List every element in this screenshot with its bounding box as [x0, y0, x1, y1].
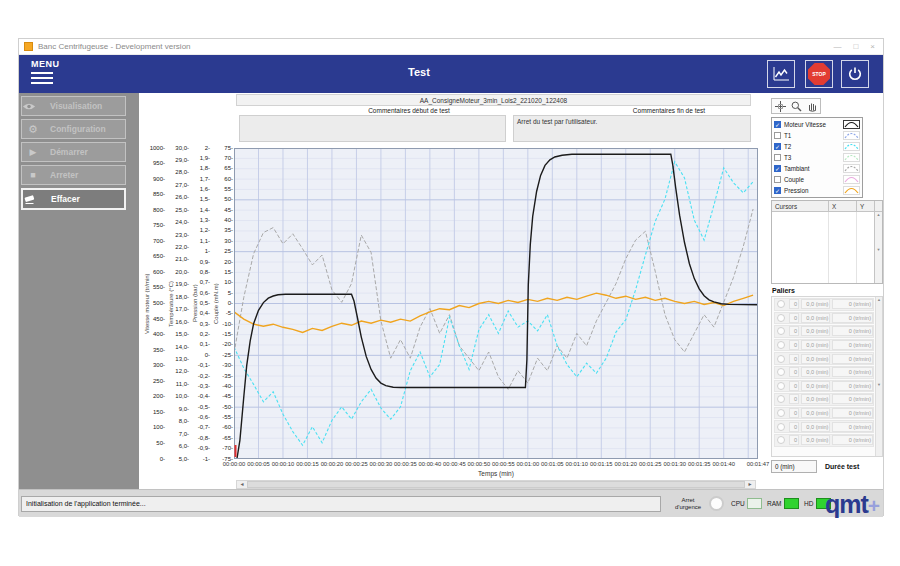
x-tick-label: 00:00:55: [492, 461, 515, 467]
sidebar-item-demarrer[interactable]: ▶Démarrer: [21, 142, 126, 162]
palier-speed-field[interactable]: 0 (tr/min): [832, 367, 873, 377]
comments-end-box[interactable]: Arret du test par l'utilisateur.: [513, 115, 751, 142]
graph-view-button[interactable]: [767, 60, 795, 88]
legend-label: Tambiant: [784, 165, 843, 172]
palier-speed-field[interactable]: 0 (tr/min): [832, 326, 873, 336]
pan-tool-icon[interactable]: [807, 101, 818, 112]
legend-item[interactable]: ✓Tambiant: [774, 163, 860, 174]
y-tick-label: 0,8-: [190, 269, 210, 276]
palier-indicator[interactable]: [777, 382, 785, 390]
power-button[interactable]: [841, 60, 869, 88]
palier-indicator[interactable]: [777, 409, 785, 417]
palier-num-field[interactable]: 0: [789, 326, 799, 336]
palier-duration-field[interactable]: 0,0 (min): [801, 408, 830, 418]
palier-num-field[interactable]: 0: [789, 422, 799, 432]
palier-duration-field[interactable]: 0,0 (min): [801, 340, 830, 350]
palier-indicator[interactable]: [777, 300, 785, 308]
legend-checkbox[interactable]: ✓: [774, 143, 781, 150]
palier-indicator[interactable]: [777, 355, 785, 363]
menu-button[interactable]: MENU: [31, 59, 60, 84]
eye-icon: [22, 102, 44, 111]
palier-num-field[interactable]: 0: [789, 340, 799, 350]
palier-num-field[interactable]: 0: [789, 299, 799, 309]
y-tick-label: -0,1-: [190, 362, 210, 369]
palier-indicator[interactable]: [777, 436, 785, 444]
palier-num-field[interactable]: 0: [789, 367, 799, 377]
palier-indicator[interactable]: [777, 368, 785, 376]
palier-duration-field[interactable]: 0,0 (min): [801, 326, 830, 336]
palier-speed-field[interactable]: 0 (tr/min): [832, 381, 873, 391]
cursor-tool-icon[interactable]: [775, 101, 786, 112]
scroll-right-icon[interactable]: ▸: [745, 481, 755, 488]
cursors-header-name: Cursors: [772, 201, 829, 211]
scrollbar-thumb[interactable]: [247, 481, 745, 488]
legend-item[interactable]: T3: [774, 152, 860, 163]
legend-checkbox[interactable]: [774, 132, 781, 139]
palier-duration-field[interactable]: 0,0 (min): [801, 435, 830, 445]
palier-duration-field[interactable]: 0,0 (min): [801, 381, 830, 391]
palier-indicator[interactable]: [777, 395, 785, 403]
palier-duration-field[interactable]: 0,0 (min): [801, 299, 830, 309]
y-tick-label: 0,5-: [190, 300, 210, 307]
y-tick-label: 10-: [211, 279, 233, 286]
maximize-button[interactable]: □: [853, 42, 858, 51]
legend-item[interactable]: Couple: [774, 174, 860, 185]
sidebar-item-visualisation[interactable]: Visualisation: [21, 96, 126, 116]
palier-indicator[interactable]: [777, 341, 785, 349]
emergency-stop-button[interactable]: STOP: [805, 60, 833, 88]
zoom-tool-icon[interactable]: [791, 101, 802, 112]
palier-speed-field[interactable]: 0 (tr/min): [832, 422, 873, 432]
palier-indicator[interactable]: [777, 423, 785, 431]
sidebar-item-configuration[interactable]: ⚙Configuration: [21, 119, 126, 139]
palier-speed-field[interactable]: 0 (tr/min): [832, 299, 873, 309]
palier-duration-field[interactable]: 0,0 (min): [801, 313, 830, 323]
palier-num-field[interactable]: 0: [789, 313, 799, 323]
duree-input[interactable]: 0 (min): [771, 460, 817, 473]
y-tick-label: 55-: [211, 186, 233, 193]
legend-checkbox[interactable]: [774, 154, 781, 161]
palier-duration-field[interactable]: 0,0 (min): [801, 367, 830, 377]
palier-speed-field[interactable]: 0 (tr/min): [832, 435, 873, 445]
palier-speed-field[interactable]: 0 (tr/min): [832, 313, 873, 323]
legend-checkbox[interactable]: ✓: [774, 165, 781, 172]
palier-duration-field[interactable]: 0,0 (min): [801, 394, 830, 404]
palier-speed-field[interactable]: 0 (tr/min): [832, 408, 873, 418]
x-axis-title: Temps (min): [234, 470, 758, 477]
palier-indicator[interactable]: [777, 327, 785, 335]
cursors-header-x: X: [829, 201, 857, 211]
close-button[interactable]: ×: [870, 42, 875, 51]
palier-speed-field[interactable]: 0 (tr/min): [832, 340, 873, 350]
palier-speed-field[interactable]: 0 (tr/min): [832, 354, 873, 364]
palier-row: 00,0 (min)0 (tr/min): [774, 366, 874, 379]
chart-plot-area[interactable]: [234, 148, 758, 459]
palier-indicator[interactable]: [777, 314, 785, 322]
minimize-button[interactable]: —: [833, 42, 841, 51]
legend-item[interactable]: ✓Pression: [774, 185, 860, 196]
test-name-field[interactable]: AA_ConsigneMoteur_3min_Lois2_221020_1224…: [236, 94, 751, 106]
palier-row: 00,0 (min)0 (tr/min): [774, 393, 874, 406]
legend-checkbox[interactable]: [774, 176, 781, 183]
palier-num-field[interactable]: 0: [789, 354, 799, 364]
legend-item[interactable]: ✓T2: [774, 141, 860, 152]
palier-num-field[interactable]: 0: [789, 381, 799, 391]
comments-start-box[interactable]: [239, 115, 506, 142]
palier-speed-field[interactable]: 0 (tr/min): [832, 394, 873, 404]
y-tick-label: -0,9-: [190, 445, 210, 452]
sidebar-item-effacer[interactable]: Effacer: [21, 188, 126, 210]
palier-duration-field[interactable]: 0,0 (min): [801, 422, 830, 432]
palier-num-field[interactable]: 0: [789, 408, 799, 418]
legend-item[interactable]: T1: [774, 130, 860, 141]
legend-item[interactable]: ✓Moteur Vitesse: [774, 119, 860, 130]
legend-checkbox[interactable]: ✓: [774, 121, 781, 128]
palier-num-field[interactable]: 0: [789, 394, 799, 404]
palier-duration-field[interactable]: 0,0 (min): [801, 354, 830, 364]
paliers-scrollbar[interactable]: ▲▼: [875, 297, 882, 456]
chart-h-scrollbar[interactable]: ◂ ▸: [236, 480, 756, 489]
cursors-scrollbar[interactable]: ▲▼: [874, 212, 882, 283]
legend-checkbox[interactable]: ✓: [774, 187, 781, 194]
y-tick-label: 15,0-: [166, 331, 189, 338]
sidebar-item-arreter[interactable]: ■Arreter: [21, 165, 126, 185]
scroll-left-icon[interactable]: ◂: [237, 481, 247, 488]
palier-num-field[interactable]: 0: [789, 435, 799, 445]
y-tick-label: 0,6-: [190, 290, 210, 297]
